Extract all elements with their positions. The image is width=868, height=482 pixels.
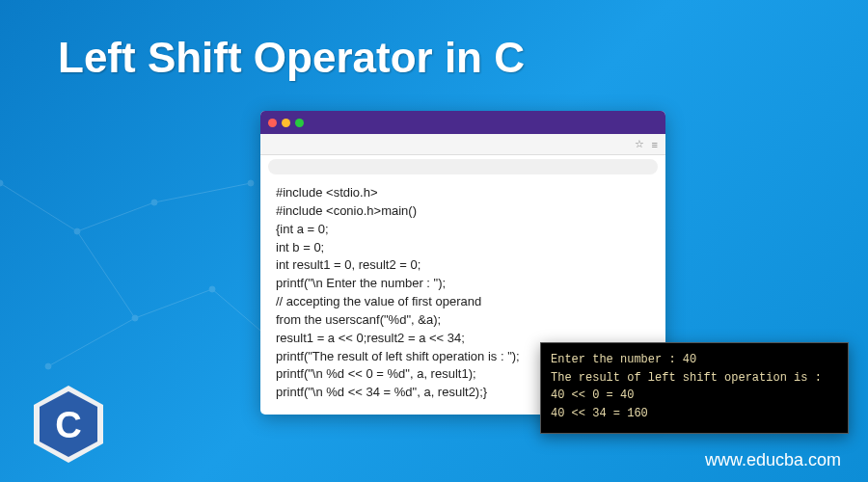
close-window-icon bbox=[268, 119, 277, 127]
c-language-logo: C bbox=[34, 386, 103, 463]
address-bar bbox=[268, 159, 658, 174]
svg-line-4 bbox=[48, 318, 135, 366]
terminal-output: Enter the number : 40 The result of left… bbox=[540, 342, 849, 434]
svg-point-7 bbox=[0, 180, 3, 186]
svg-line-3 bbox=[135, 289, 212, 318]
svg-point-12 bbox=[45, 363, 51, 369]
svg-line-1 bbox=[77, 202, 154, 231]
site-url: www.educba.com bbox=[705, 450, 841, 470]
svg-point-14 bbox=[248, 180, 254, 186]
svg-line-0 bbox=[0, 183, 77, 231]
svg-point-11 bbox=[209, 286, 215, 292]
window-titlebar bbox=[260, 111, 665, 134]
maximize-window-icon bbox=[295, 119, 304, 127]
star-icon: ☆ bbox=[635, 138, 644, 150]
svg-line-6 bbox=[154, 183, 251, 202]
menu-icon: ≡ bbox=[652, 139, 658, 150]
page-title: Left Shift Operator in C bbox=[58, 34, 525, 82]
svg-point-9 bbox=[151, 200, 157, 205]
svg-point-8 bbox=[74, 228, 80, 234]
svg-line-2 bbox=[77, 231, 135, 318]
svg-text:C: C bbox=[55, 405, 81, 445]
minimize-window-icon bbox=[282, 119, 290, 127]
svg-point-10 bbox=[132, 315, 138, 321]
browser-toolbar: ☆ ≡ bbox=[260, 134, 665, 155]
